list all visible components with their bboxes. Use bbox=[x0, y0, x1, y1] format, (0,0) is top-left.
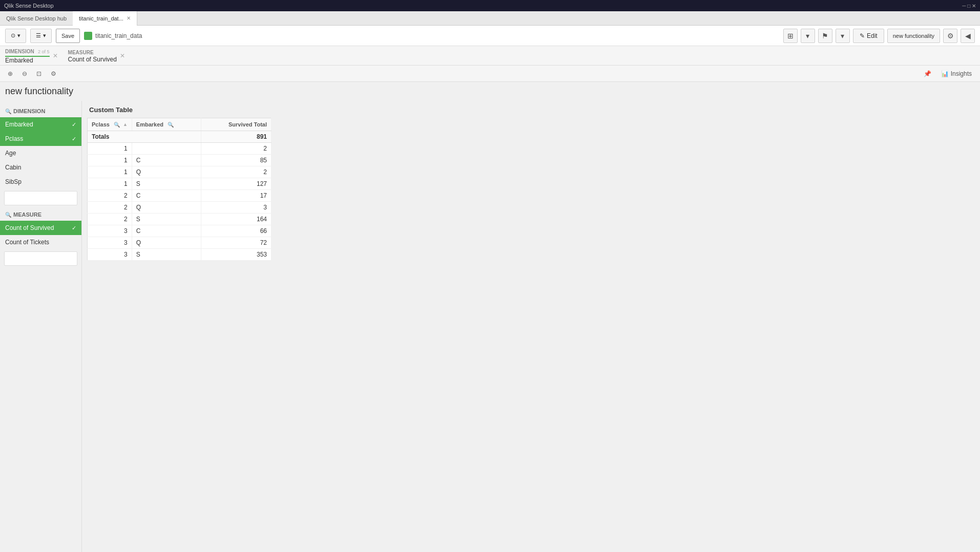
snapshot-chevron[interactable]: ▾ bbox=[801, 29, 815, 43]
tab-bar: Qlik Sense Desktop hub titanic_train_dat… bbox=[0, 11, 980, 26]
cell-embarked: C bbox=[132, 190, 201, 202]
totals-survived: 891 bbox=[201, 131, 271, 143]
zoom-out-btn[interactable]: ⊖ bbox=[18, 68, 31, 80]
file-icon bbox=[84, 32, 92, 40]
nav-back-btn[interactable]: ⊙ ▾ bbox=[5, 29, 26, 43]
view-options-bar: ⊕ ⊖ ⊡ ⚙ 📌 📊 Insights bbox=[0, 66, 980, 82]
table-row: 2Q3 bbox=[88, 202, 272, 214]
cell-embarked: Q bbox=[132, 237, 201, 249]
cell-pclass: 3 bbox=[88, 225, 132, 237]
edit-button[interactable]: ✎ Edit bbox=[853, 29, 884, 43]
table-row: 3C66 bbox=[88, 225, 272, 237]
zoom-in-btn[interactable]: ⊕ bbox=[4, 68, 16, 80]
measure-chip: MEASURE Count of Survived ✕ bbox=[68, 49, 125, 63]
cell-pclass: 1 bbox=[88, 178, 132, 190]
measure-section-header: 🔍 MEASURE bbox=[0, 209, 81, 221]
bookmark-btn[interactable]: ⚑ bbox=[818, 29, 832, 43]
expand-btn[interactable]: ⚙ bbox=[943, 29, 957, 43]
cell-pclass: 2 bbox=[88, 190, 132, 202]
window-controls[interactable]: ─ □ ✕ bbox=[962, 3, 976, 9]
cell-survived: 164 bbox=[201, 214, 271, 225]
table-row: 12 bbox=[88, 143, 272, 155]
nav-icon: ⊙ bbox=[11, 32, 15, 39]
cell-pclass: 3 bbox=[88, 249, 132, 261]
cell-pclass: 1 bbox=[88, 166, 132, 178]
cell-embarked: C bbox=[132, 155, 201, 166]
dimension-section-header: 🔍 DIMENSION bbox=[0, 106, 81, 117]
insights-button[interactable]: 📊 Insights bbox=[937, 68, 976, 80]
sidebar-item-age[interactable]: Age bbox=[0, 146, 81, 160]
new-functionality-button[interactable]: new functionality bbox=[887, 29, 940, 43]
cell-pclass: 2 bbox=[88, 214, 132, 225]
sidebar-item-count-tickets[interactable]: Count of Tickets bbox=[0, 235, 81, 249]
table-row: 3Q72 bbox=[88, 237, 272, 249]
cell-embarked: Q bbox=[132, 202, 201, 214]
col-header-pclass: Pclass 🔍 ▲ bbox=[88, 118, 132, 131]
title-bar-text: Qlik Sense Desktop bbox=[4, 3, 962, 9]
cell-embarked: S bbox=[132, 214, 201, 225]
table-header-row: Pclass 🔍 ▲ Embarked 🔍 Survived Total bbox=[88, 118, 272, 131]
dim-measure-bar: DIMENSION 2 of 5 Embarked ✕ MEASURE Coun… bbox=[0, 46, 980, 66]
dimension-close-icon[interactable]: ✕ bbox=[53, 52, 58, 59]
toolbar-right: ⊞ ▾ ⚑ ▾ ✎ Edit new functionality ⚙ ◀ bbox=[783, 29, 975, 43]
table-row: 2C17 bbox=[88, 190, 272, 202]
tab-hub[interactable]: Qlik Sense Desktop hub bbox=[0, 11, 73, 26]
cell-embarked: C bbox=[132, 225, 201, 237]
check-icon-embarked: ✓ bbox=[72, 121, 76, 128]
table-row: 2S164 bbox=[88, 214, 272, 225]
table-area: Custom Table Pclass 🔍 ▲ Embarked 🔍 bbox=[82, 101, 980, 552]
cell-pclass: 1 bbox=[88, 155, 132, 166]
cell-survived: 3 bbox=[201, 202, 271, 214]
table-row: 1Q2 bbox=[88, 166, 272, 178]
tab-titanic[interactable]: titanic_train_dat... ✕ bbox=[73, 11, 137, 26]
bookmark-chevron[interactable]: ▾ bbox=[836, 29, 850, 43]
sidebar-item-sibsp[interactable]: SibSp bbox=[0, 175, 81, 189]
save-button[interactable]: Save bbox=[56, 29, 80, 43]
cell-embarked: Q bbox=[132, 166, 201, 178]
totals-row: Totals 891 bbox=[88, 131, 272, 143]
snapshot-btn[interactable]: ⊞ bbox=[783, 29, 798, 43]
settings-btn[interactable]: ⚙ bbox=[47, 68, 59, 80]
list-btn[interactable]: ☰ ▾ bbox=[30, 29, 52, 43]
cell-survived: 2 bbox=[201, 143, 271, 155]
sidebar-item-pclass[interactable]: Pclass ✓ bbox=[0, 132, 81, 146]
cell-survived: 353 bbox=[201, 249, 271, 261]
table-row: 1C85 bbox=[88, 155, 272, 166]
nav-chevron: ▾ bbox=[17, 32, 20, 39]
page-title: new functionality bbox=[5, 86, 73, 96]
measure-close-icon[interactable]: ✕ bbox=[120, 52, 125, 59]
tab-close-icon[interactable]: ✕ bbox=[127, 15, 131, 21]
table-title: Custom Table bbox=[87, 106, 975, 114]
cell-survived: 66 bbox=[201, 225, 271, 237]
cell-survived: 72 bbox=[201, 237, 271, 249]
custom-table: Pclass 🔍 ▲ Embarked 🔍 Survived Total bbox=[87, 118, 272, 261]
dimension-chip: DIMENSION 2 of 5 Embarked ✕ bbox=[5, 48, 58, 64]
sidebar-item-cabin[interactable]: Cabin bbox=[0, 160, 81, 175]
check-icon-pclass: ✓ bbox=[72, 136, 76, 142]
list-chevron: ▾ bbox=[43, 32, 46, 39]
chevron-left-btn[interactable]: ◀ bbox=[961, 29, 975, 43]
embarked-search-icon[interactable]: 🔍 bbox=[168, 122, 174, 128]
search-measure-icon: 🔍 bbox=[5, 212, 11, 218]
cell-embarked: S bbox=[132, 249, 201, 261]
fit-btn[interactable]: ⊡ bbox=[33, 68, 45, 80]
insights-icon: 📊 bbox=[941, 70, 949, 77]
search-dimension-icon: 🔍 bbox=[5, 109, 11, 114]
col-header-survived: Survived Total bbox=[201, 118, 271, 131]
cell-pclass: 3 bbox=[88, 237, 132, 249]
sidebar-item-count-survived[interactable]: Count of Survived ✓ bbox=[0, 221, 81, 235]
pclass-search-icon[interactable]: 🔍 bbox=[114, 122, 120, 128]
check-icon-survived: ✓ bbox=[72, 225, 76, 231]
pclass-sort-icon[interactable]: ▲ bbox=[123, 122, 128, 127]
file-indicator: titanic_train_data bbox=[84, 32, 142, 40]
cell-survived: 17 bbox=[201, 190, 271, 202]
pencil-icon: ✎ bbox=[860, 32, 865, 39]
cell-pclass: 2 bbox=[88, 202, 132, 214]
measure-search-input[interactable] bbox=[4, 251, 77, 266]
list-icon: ☰ bbox=[36, 32, 41, 39]
grid-pin-btn[interactable]: 📌 bbox=[922, 68, 934, 80]
cell-survived: 2 bbox=[201, 166, 271, 178]
toolbar: ⊙ ▾ ☰ ▾ Save titanic_train_data ⊞ ▾ ⚑ ▾ … bbox=[0, 26, 980, 46]
dimension-search-input[interactable] bbox=[4, 191, 77, 205]
sidebar-item-embarked[interactable]: Embarked ✓ bbox=[0, 117, 81, 132]
